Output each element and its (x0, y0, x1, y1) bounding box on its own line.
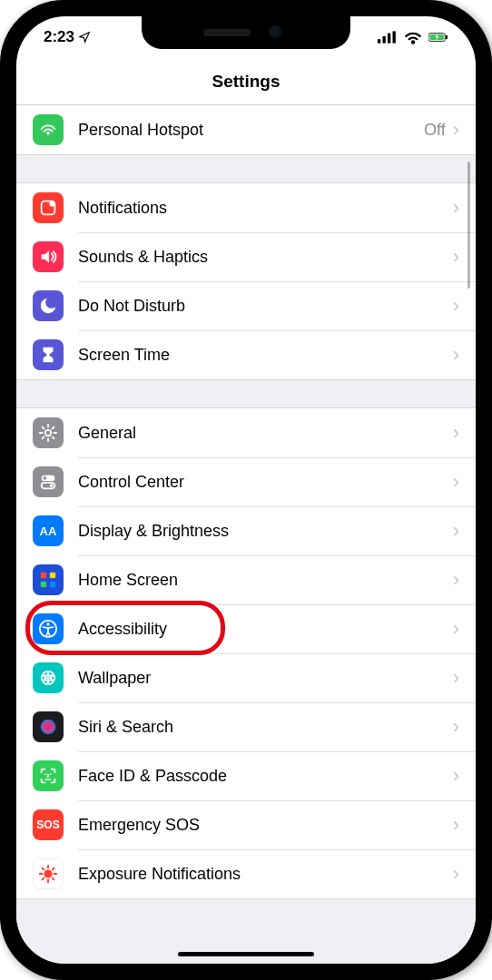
row-face-id-passcode[interactable]: Face ID & Passcode› (16, 751, 476, 800)
chevron-right-icon: › (453, 715, 459, 739)
home-indicator[interactable] (178, 952, 314, 956)
row-wallpaper[interactable]: Wallpaper› (16, 653, 476, 702)
sos-icon: SOS (33, 809, 64, 840)
svg-point-9 (49, 201, 54, 206)
cellular-icon (378, 27, 398, 47)
svg-rect-6 (446, 35, 448, 39)
row-label: Personal Hotspot (78, 121, 424, 140)
row-label: Home Screen (78, 571, 453, 590)
chevron-right-icon: › (453, 343, 459, 367)
general-icon (33, 417, 64, 448)
settings-group: Notifications›Sounds & Haptics›Do Not Di… (16, 182, 476, 380)
svg-rect-3 (393, 31, 396, 43)
chevron-right-icon: › (453, 294, 459, 318)
svg-rect-15 (41, 573, 46, 578)
location-icon (78, 31, 91, 44)
siri-icon (33, 711, 64, 742)
svg-point-27 (44, 773, 46, 775)
row-emergency-sos[interactable]: SOSEmergency SOS› (16, 800, 476, 849)
hotspot-icon (33, 114, 64, 145)
faceid-icon (33, 760, 64, 791)
screen: 2:23 Settings Personal HotspotOff›Notifi… (16, 16, 476, 964)
page-title: Settings (212, 72, 280, 92)
svg-point-26 (41, 720, 56, 735)
row-label: Wallpaper (78, 669, 453, 688)
homescreen-icon (33, 564, 64, 595)
svg-line-36 (53, 868, 54, 870)
exposure-icon (33, 858, 64, 889)
row-value: Off (424, 121, 446, 140)
row-display-brightness[interactable]: AADisplay & Brightness› (16, 506, 476, 555)
row-label: Accessibility (78, 620, 453, 639)
row-accessibility[interactable]: Accessibility› (16, 604, 476, 653)
row-label: Control Center (78, 473, 453, 492)
svg-point-7 (46, 132, 50, 135)
row-label: Face ID & Passcode (78, 767, 453, 786)
svg-line-37 (43, 878, 44, 880)
chevron-right-icon: › (453, 568, 459, 592)
controlcenter-icon (33, 466, 64, 497)
row-home-screen[interactable]: Home Screen› (16, 555, 476, 604)
header: Settings (16, 58, 476, 105)
row-general[interactable]: General› (16, 408, 476, 457)
svg-point-14 (50, 484, 54, 487)
chevron-right-icon: › (453, 196, 459, 220)
chevron-right-icon: › (453, 813, 459, 837)
chevron-right-icon: › (453, 764, 459, 788)
row-label: Exposure Notifications (78, 865, 453, 884)
chevron-right-icon: › (453, 617, 459, 641)
wifi-icon (403, 27, 423, 47)
svg-line-35 (53, 878, 54, 880)
display-icon: AA (33, 515, 64, 546)
settings-group: Personal HotspotOff› (16, 105, 476, 155)
svg-rect-16 (50, 573, 55, 578)
chevron-right-icon: › (453, 245, 459, 269)
wallpaper-icon (33, 662, 64, 693)
dnd-icon (33, 290, 64, 321)
accessibility-icon (33, 613, 64, 644)
settings-list[interactable]: Personal HotspotOff›Notifications›Sounds… (16, 105, 476, 964)
svg-point-20 (46, 622, 49, 625)
sounds-icon (33, 241, 64, 272)
scroll-indicator (467, 162, 470, 289)
svg-point-13 (44, 476, 47, 480)
svg-point-22 (46, 676, 50, 680)
chevron-right-icon: › (453, 470, 459, 494)
row-control-center[interactable]: Control Center› (16, 457, 476, 506)
chevron-right-icon: › (453, 118, 459, 142)
svg-rect-18 (50, 582, 55, 587)
row-label: Sounds & Haptics (78, 248, 453, 267)
status-time: 2:23 (44, 28, 74, 46)
settings-group: General›Control Center›AADisplay & Brigh… (16, 407, 476, 899)
row-screen-time[interactable]: Screen Time› (16, 330, 476, 379)
phone-frame: 2:23 Settings Personal HotspotOff›Notifi… (0, 0, 492, 980)
row-label: General (78, 424, 453, 443)
chevron-right-icon: › (453, 519, 459, 543)
chevron-right-icon: › (453, 666, 459, 690)
svg-point-29 (44, 869, 52, 877)
svg-rect-1 (383, 36, 386, 44)
row-do-not-disturb[interactable]: Do Not Disturb› (16, 281, 476, 330)
svg-point-28 (50, 773, 52, 775)
row-label: Screen Time (78, 346, 453, 365)
chevron-right-icon: › (453, 862, 459, 886)
svg-rect-0 (378, 39, 380, 43)
row-siri-search[interactable]: Siri & Search› (16, 702, 476, 751)
row-exposure-notifications[interactable]: Exposure Notifications› (16, 849, 476, 898)
chevron-right-icon: › (453, 421, 459, 445)
row-personal-hotspot[interactable]: Personal HotspotOff› (16, 105, 476, 154)
svg-line-34 (43, 868, 44, 870)
row-label: Notifications (78, 199, 453, 218)
row-sounds-haptics[interactable]: Sounds & Haptics› (16, 232, 476, 281)
notch (142, 16, 350, 49)
screentime-icon (33, 339, 64, 370)
svg-point-10 (45, 430, 51, 436)
battery-charging-icon (428, 27, 448, 47)
row-label: Emergency SOS (78, 816, 453, 835)
row-notifications[interactable]: Notifications› (16, 183, 476, 232)
row-label: Do Not Disturb (78, 297, 453, 316)
svg-rect-2 (388, 34, 390, 44)
row-label: Display & Brightness (78, 522, 453, 541)
svg-rect-17 (41, 582, 46, 587)
notifications-icon (33, 192, 64, 223)
